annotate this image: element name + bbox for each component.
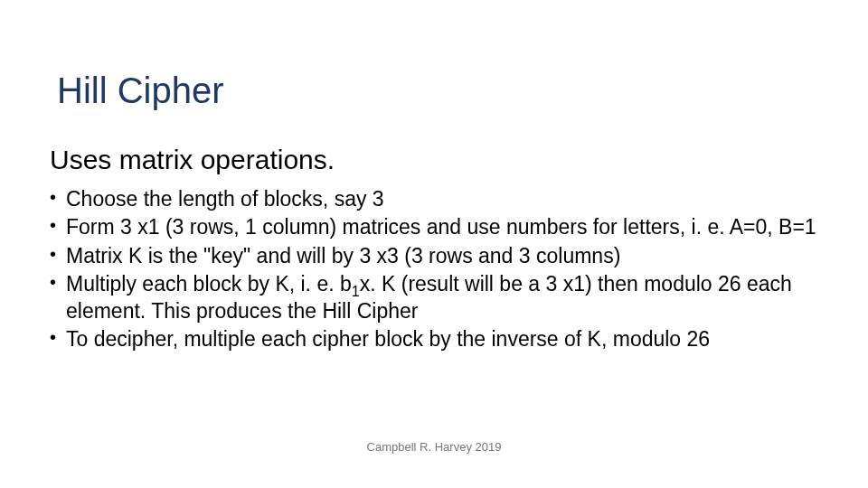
list-item: To decipher, multiple each cipher block … — [50, 326, 818, 352]
list-item: Form 3 x1 (3 rows, 1 column) matrices an… — [50, 214, 818, 240]
list-item: Matrix K is the "key" and will by 3 x3 (… — [50, 243, 818, 269]
subscript: 1 — [352, 283, 360, 299]
list-item-text: Multiply each block by K, i. e. b — [66, 272, 352, 296]
slide-title: Hill Cipher — [57, 70, 224, 111]
list-item: Choose the length of blocks, say 3 — [50, 186, 818, 212]
slide-subtitle: Uses matrix operations. — [50, 145, 335, 175]
list-item: Multiply each block by K, i. e. b1x. K (… — [50, 271, 818, 324]
slide-footer: Campbell R. Harvey 2019 — [0, 440, 868, 454]
slide: Hill Cipher Uses matrix operations. Choo… — [0, 0, 868, 488]
slide-body: Choose the length of blocks, say 3 Form … — [50, 186, 818, 355]
bullet-list: Choose the length of blocks, say 3 Form … — [50, 186, 818, 353]
